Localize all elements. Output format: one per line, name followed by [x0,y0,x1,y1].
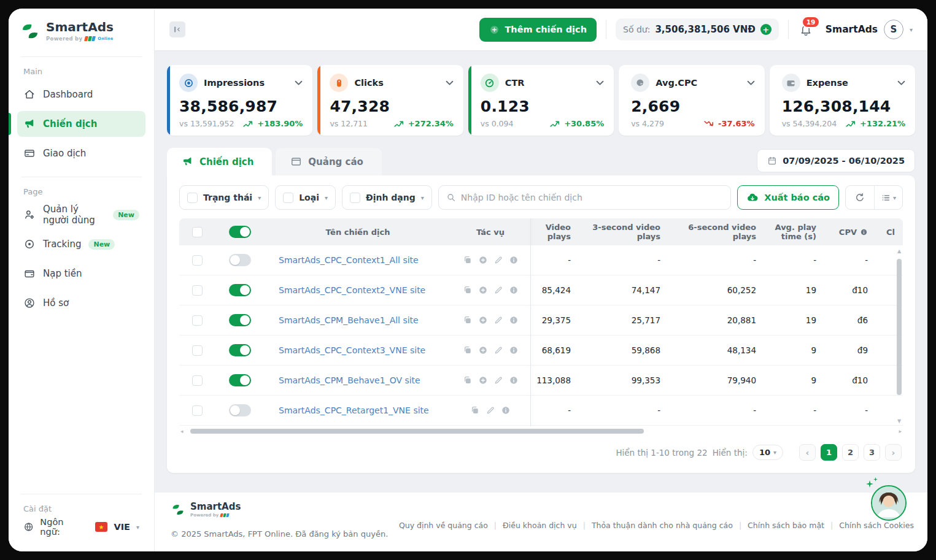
info-icon[interactable] [509,285,519,295]
chevron-down-icon[interactable] [747,80,755,86]
row-checkbox[interactable] [192,405,203,416]
edit-icon[interactable] [493,255,503,265]
scroll-left-arrow[interactable]: ◂ [180,429,184,434]
campaign-name-link[interactable]: SmartAds_CPC_Context3_VNE site [265,345,451,355]
date-range-picker[interactable]: 07/09/2025 - 06/10/2025 [757,149,915,172]
scroll-right-arrow[interactable]: ▸ [899,429,902,434]
campaign-name-link[interactable]: SmartAds_CPM_Behave1_OV site [265,375,451,385]
status-filter-dropdown[interactable]: Trạng thái ▾ [179,185,269,210]
chevron-down-icon[interactable] [295,80,303,86]
vertical-scroll-thumb[interactable] [897,259,902,395]
table-row: SmartAds_CPM_Behave1_OV site113,08899,35… [179,366,903,396]
tab-ads[interactable]: Quảng cáo [276,148,382,175]
row-checkbox[interactable] [192,345,203,356]
add-icon[interactable] [478,285,488,295]
notifications-button[interactable]: 19 [798,20,816,39]
globe-icon [23,521,34,533]
add-icon[interactable] [478,315,488,325]
search-input[interactable] [461,193,723,202]
copy-icon[interactable] [463,315,473,325]
per-page-select[interactable]: 10 ▾ [752,445,783,460]
copy-icon[interactable] [463,375,473,385]
refresh-button[interactable] [846,186,874,209]
sidebar-collapse-button[interactable] [169,21,185,37]
top-up-button[interactable]: + [760,24,772,35]
footer-link[interactable]: Thỏa thuận dành cho nhà quảng cáo [592,521,733,530]
row-checkbox[interactable] [192,255,203,266]
info-icon[interactable] [501,405,511,415]
campaign-name-link[interactable]: SmartAds_CPC_Context1_All site [265,255,451,265]
checkbox[interactable] [283,193,293,203]
page-button-3[interactable]: 3 [864,444,880,461]
next-page-button[interactable]: › [885,444,902,461]
copyright-text: © 2025 SmartAds, FPT Online. Đã đăng ký … [171,529,388,539]
select-all-checkbox[interactable] [192,227,203,237]
checkbox[interactable] [187,193,198,203]
master-toggle[interactable] [229,226,251,238]
horizontal-scroll-thumb[interactable] [190,429,644,434]
row-toggle[interactable] [229,284,251,296]
add-icon[interactable] [478,345,488,355]
copy-icon[interactable] [463,285,473,295]
copy-icon[interactable] [463,255,473,265]
tab-campaigns[interactable]: Chiến dịch [167,148,272,175]
edit-icon[interactable] [493,285,503,295]
table-body: SmartAds_CPC_Context1_All site-----Smart… [179,245,903,426]
copy-icon[interactable] [463,345,473,355]
scroll-down-arrow[interactable]: ▼ [897,419,901,424]
footer-link[interactable]: Chính sách Cookies [839,521,914,530]
campaign-name-link[interactable]: SmartAds_CPM_Behave1_All site [265,315,451,325]
add-icon[interactable] [478,255,488,265]
previous-page-button[interactable]: ‹ [799,444,816,461]
checkbox[interactable] [350,193,360,203]
add-icon[interactable] [478,375,488,385]
scroll-up-arrow[interactable]: ▲ [897,249,901,254]
copy-icon[interactable] [470,405,480,415]
chevron-down-icon[interactable] [897,80,905,86]
horizontal-scrollbar[interactable]: ◂ ▸ [179,428,903,435]
type-filter-dropdown[interactable]: Loại ▾ [275,185,336,210]
info-icon[interactable] [860,228,868,236]
sidebar-item-dashboard[interactable]: Dashboard [17,82,145,107]
page-button-2[interactable]: 2 [842,444,859,461]
info-icon[interactable] [509,315,519,325]
sidebar-item-deposit[interactable]: Nạp tiền [17,261,145,286]
column-settings-button[interactable]: ▾ [874,186,902,209]
edit-icon[interactable] [485,405,495,415]
info-icon[interactable] [509,255,519,265]
campaign-name-link[interactable]: SmartAds_CPC_Retarget1_VNE site [265,405,451,415]
vertical-scrollbar[interactable]: ▲ ▼ [895,249,903,424]
sidebar-item-tracking[interactable]: Tracking New [17,231,145,257]
campaign-name-link[interactable]: SmartAds_CPC_Context2_VNE site [265,285,451,295]
account-menu[interactable]: SmartAds S ▾ [826,20,913,39]
chevron-down-icon[interactable] [596,80,604,86]
edit-icon[interactable] [493,375,503,385]
row-checkbox[interactable] [192,285,203,296]
sidebar-item-transactions[interactable]: Giao dịch [17,140,145,166]
row-checkbox[interactable] [192,315,203,326]
language-selector[interactable]: Ngôn ngữ: ★ VIE ▾ [23,517,139,537]
sidebar-item-campaigns[interactable]: Chiến dịch [17,111,145,137]
sidebar-item-profile[interactable]: Hồ sơ [17,290,145,316]
format-filter-dropdown[interactable]: Định dạng ▾ [342,185,432,210]
info-icon[interactable] [509,375,519,385]
footer-link[interactable]: Điều khoản dịch vụ [503,521,577,530]
row-toggle[interactable] [229,344,251,356]
add-campaign-button[interactable]: Thêm chiến dịch [479,18,597,42]
page-button-1[interactable]: 1 [821,444,837,461]
sidebar-item-user-management[interactable]: Quản lý người dùng New [17,202,145,228]
row-toggle[interactable] [229,314,251,326]
export-report-button[interactable]: Xuất báo cáo [737,185,839,210]
footer-link[interactable]: Quy định về quảng cáo [399,521,488,530]
row-toggle[interactable] [229,374,251,386]
support-chat-widget[interactable] [868,483,907,521]
footer-link[interactable]: Chính sách bảo mật [748,521,824,530]
edit-icon[interactable] [493,315,503,325]
edit-icon[interactable] [493,345,503,355]
row-checkbox[interactable] [192,375,203,386]
chevron-down-icon[interactable] [446,80,454,86]
info-icon[interactable] [509,345,519,355]
row-toggle[interactable] [229,404,251,416]
row-toggle[interactable] [229,254,251,266]
support-agent-avatar[interactable] [871,485,907,521]
